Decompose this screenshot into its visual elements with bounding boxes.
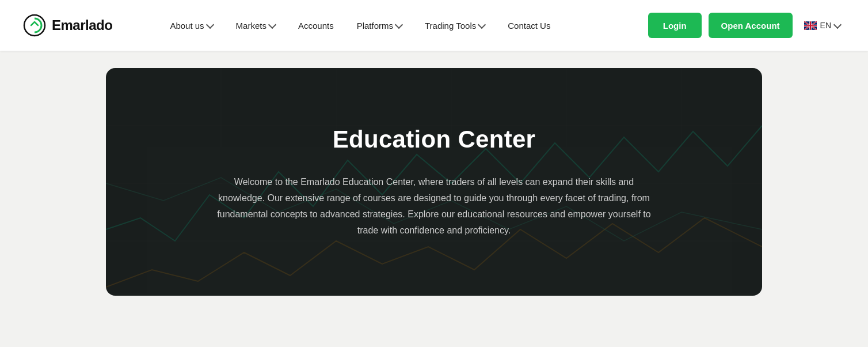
nav-item-platforms[interactable]: Platforms: [345, 0, 413, 51]
nav-label-accounts: Accounts: [298, 21, 334, 31]
nav-label-platforms: Platforms: [357, 21, 393, 31]
nav-item-trading-tools[interactable]: Trading Tools: [413, 0, 496, 51]
nav-label-contact-us: Contact Us: [508, 21, 550, 31]
nav-item-accounts[interactable]: Accounts: [287, 0, 345, 51]
hero-banner: Education Center Welcome to the Emarlado…: [106, 68, 762, 296]
chevron-down-icon: [268, 20, 276, 28]
main-content: Education Center Welcome to the Emarlado…: [0, 51, 868, 319]
hero-title: Education Center: [215, 126, 653, 153]
nav-actions: Login Open Account EN: [648, 13, 845, 38]
flag-icon: [804, 21, 817, 30]
hero-description: Welcome to the Emarlado Education Center…: [215, 174, 653, 239]
open-account-button[interactable]: Open Account: [709, 13, 793, 38]
chevron-down-icon: [395, 20, 403, 28]
chevron-down-icon: [206, 20, 214, 28]
language-code: EN: [820, 21, 831, 30]
chevron-down-icon: [478, 20, 486, 28]
hero-content: Education Center Welcome to the Emarlado…: [215, 126, 653, 239]
language-selector[interactable]: EN: [800, 17, 845, 33]
login-button[interactable]: Login: [648, 13, 702, 38]
nav-item-about-us[interactable]: About us: [158, 0, 224, 51]
nav-label-about-us: About us: [170, 21, 204, 31]
brand-name: Emarlado: [52, 17, 112, 33]
logo-icon: [23, 14, 46, 37]
nav-label-markets: Markets: [236, 21, 267, 31]
navbar: Emarlado About us Markets Accounts Platf…: [0, 0, 868, 51]
logo-link[interactable]: Emarlado: [23, 14, 112, 37]
language-chevron-icon: [833, 20, 842, 28]
nav-item-markets[interactable]: Markets: [224, 0, 287, 51]
nav-label-trading-tools: Trading Tools: [425, 21, 476, 31]
nav-item-contact-us[interactable]: Contact Us: [496, 0, 562, 51]
nav-links: About us Markets Accounts Platforms Trad…: [158, 0, 648, 51]
